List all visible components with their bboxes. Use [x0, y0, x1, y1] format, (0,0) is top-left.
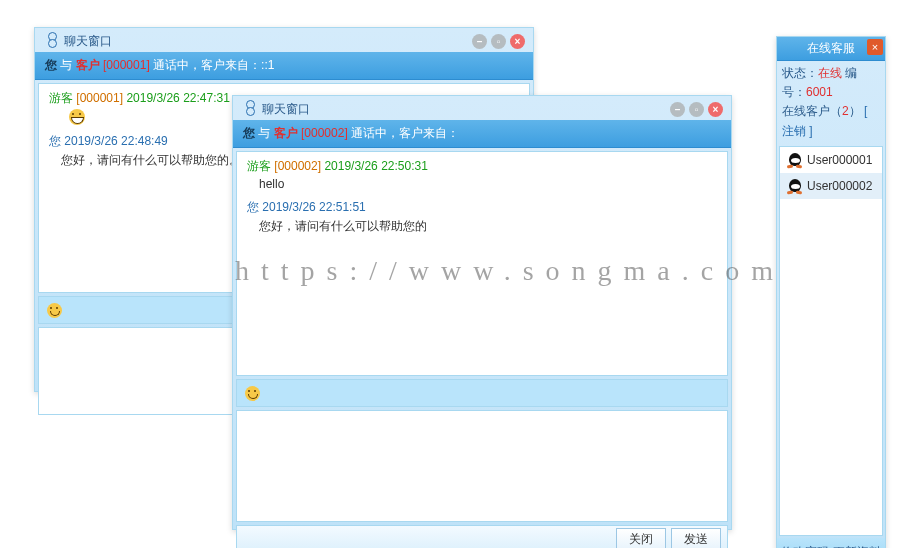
titlebar[interactable]: 聊天窗口	[35, 28, 533, 52]
text-input[interactable]	[236, 410, 728, 522]
window-buttons: – ▫ ×	[670, 102, 723, 117]
title: 聊天窗口	[64, 33, 112, 50]
from-addr: ::1	[261, 58, 274, 72]
emoji-button-icon[interactable]	[245, 386, 260, 401]
panel-footer: 修改密码 更新资料	[777, 538, 885, 548]
customer-id: [000002]	[301, 126, 348, 140]
panel-header: 在线客服 ×	[777, 37, 885, 61]
send-button[interactable]: 发送	[671, 528, 721, 549]
footer-bar: 关闭 发送	[236, 525, 728, 548]
chat-header: 您 与 客户 [000001] 通话中，客户来自：::1	[35, 52, 533, 80]
panel-status: 状态：在线 编号：6001 在线客户（2） [ 注销 ]	[777, 61, 885, 144]
grin-emoji-icon	[69, 109, 85, 125]
minimize-icon[interactable]: –	[670, 102, 685, 117]
window-buttons: – ▫ ×	[472, 34, 525, 49]
minimize-icon[interactable]: –	[472, 34, 487, 49]
qq-icon	[788, 179, 802, 193]
qq-icon	[788, 153, 802, 167]
update-profile-link[interactable]: 更新资料	[833, 544, 881, 548]
close-icon[interactable]: ×	[708, 102, 723, 117]
close-icon[interactable]: ×	[510, 34, 525, 49]
user-item[interactable]: User000001	[780, 147, 882, 173]
user-item[interactable]: User000002	[780, 173, 882, 199]
emoji-button-icon[interactable]	[47, 303, 62, 318]
customer-id: [000001]	[103, 58, 150, 72]
titlebar[interactable]: 聊天窗口	[233, 96, 731, 120]
change-password-link[interactable]: 修改密码	[781, 544, 829, 548]
message-area: 游客 [000002] 2019/3/26 22:50:31 hello 您 2…	[236, 151, 728, 376]
panel-close-icon[interactable]: ×	[867, 39, 883, 55]
close-button[interactable]: 关闭	[616, 528, 666, 549]
chat-icon	[243, 102, 257, 116]
user-list: User000001 User000002	[779, 146, 883, 536]
maximize-icon[interactable]: ▫	[689, 102, 704, 117]
chat-window-2: 聊天窗口 – ▫ × 您 与 客户 [000002] 通话中，客户来自： 游客 …	[232, 95, 732, 530]
maximize-icon[interactable]: ▫	[491, 34, 506, 49]
agent-panel: 在线客服 × 状态：在线 编号：6001 在线客户（2） [ 注销 ] User…	[776, 36, 886, 548]
title: 聊天窗口	[262, 101, 310, 118]
emoji-bar	[236, 379, 728, 407]
chat-header: 您 与 客户 [000002] 通话中，客户来自：	[233, 120, 731, 148]
chat-icon	[45, 34, 59, 48]
